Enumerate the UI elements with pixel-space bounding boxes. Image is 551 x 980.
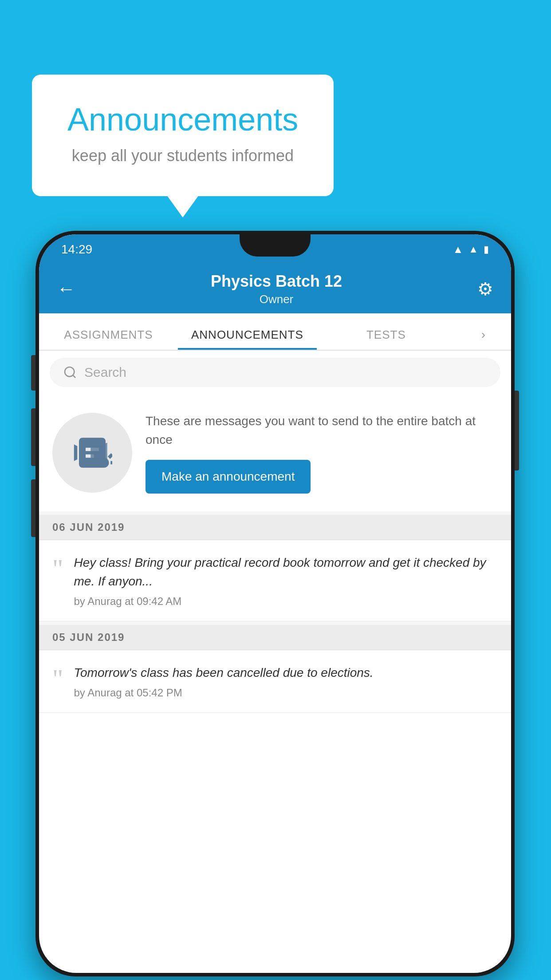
search-placeholder: Search [84,365,126,380]
battery-icon: ▮ [484,244,489,255]
svg-line-3 [109,454,113,458]
promo-description: These are messages you want to send to t… [146,412,498,449]
announcement-message-2: Tomorrow's class has been cancelled due … [74,664,498,682]
wifi-icon: ▲ [453,243,463,256]
speech-bubble-container: Announcements keep all your students inf… [32,75,334,196]
status-time: 14:29 [61,242,92,257]
announcement-meta-1: by Anurag at 09:42 AM [74,595,498,608]
quote-icon-2: " [52,665,63,699]
notch [240,234,311,257]
app-bar-title: Physics Batch 12 [80,272,473,291]
announcement-meta-2: by Anurag at 05:42 PM [74,687,498,699]
announcement-message-1: Hey class! Bring your practical record b… [74,553,498,591]
make-announcement-button[interactable]: Make an announcement [146,460,311,494]
signal-icon: ▲ [468,244,478,255]
date-separator-2: 05 JUN 2019 [39,625,511,650]
announcement-item-2: " Tomorrow's class has been cancelled du… [39,650,511,713]
speech-bubble: Announcements keep all your students inf… [32,75,334,196]
announcement-item-1: " Hey class! Bring your practical record… [39,540,511,621]
svg-line-1 [73,375,75,378]
tab-tests[interactable]: TESTS [317,328,456,350]
announcement-text-1: Hey class! Bring your practical record b… [74,553,498,608]
tab-assignments[interactable]: ASSIGNMENTS [39,328,178,350]
status-bar: 14:29 ▲ ▲ ▮ [39,234,511,265]
content-area: Search [39,351,511,713]
promo-right: These are messages you want to send to t… [146,412,498,494]
bubble-subtitle: keep all your students informed [67,146,298,165]
tabs-bar: ASSIGNMENTS ANNOUNCEMENTS TESTS › [39,313,511,351]
megaphone-icon [72,433,112,473]
tab-announcements[interactable]: ANNOUNCEMENTS [178,328,317,350]
status-icons: ▲ ▲ ▮ [453,243,489,256]
settings-icon[interactable]: ⚙ [473,274,498,304]
app-bar-title-section: Physics Batch 12 Owner [80,272,473,306]
back-button[interactable]: ← [52,274,80,304]
phone-frame: 14:29 ▲ ▲ ▮ ← Physics Batch 12 Owner ⚙ A… [35,231,515,976]
promo-card: These are messages you want to send to t… [39,394,511,511]
phone-screen: 14:29 ▲ ▲ ▮ ← Physics Batch 12 Owner ⚙ A… [39,234,511,973]
app-bar-subtitle: Owner [80,292,473,306]
search-bar[interactable]: Search [50,358,500,387]
search-bar-container: Search [39,351,511,394]
search-icon [63,365,77,379]
quote-icon-1: " [52,555,63,608]
announcement-text-2: Tomorrow's class has been cancelled due … [74,664,498,699]
announcement-icon-circle [52,413,132,493]
date-separator-1: 06 JUN 2019 [39,515,511,540]
svg-point-2 [99,458,109,468]
tab-more[interactable]: › [456,328,511,350]
svg-point-0 [65,367,74,376]
app-bar: ← Physics Batch 12 Owner ⚙ [39,265,511,313]
bubble-title: Announcements [67,101,298,138]
